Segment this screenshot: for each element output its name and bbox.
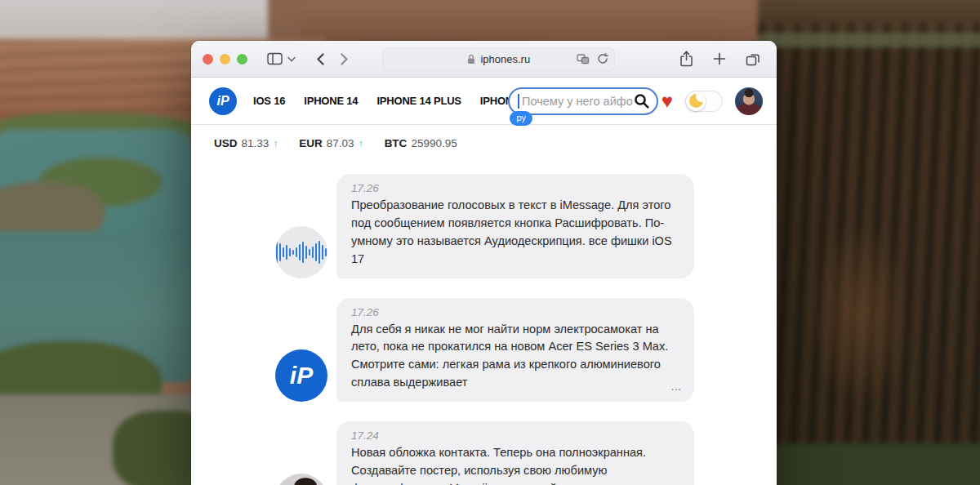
audio-waveform-avatar xyxy=(275,226,327,278)
message-row: iP 17.26 Для себя я никак не мог найти н… xyxy=(275,298,694,403)
ticker-usd: USD 81.33 ↑ xyxy=(214,137,278,149)
sidebar-toggle-icon[interactable] xyxy=(262,47,287,71)
site-header: iP IOS 16 IPHONE 14 IPHONE 14 PLUS IPHON… xyxy=(191,78,777,125)
tab-overview-icon[interactable] xyxy=(741,47,765,71)
waveform-icon xyxy=(275,226,327,278)
message-text: Для себя я никак не мог найти норм элект… xyxy=(351,321,679,393)
browser-toolbar: iphones.ru xyxy=(191,41,777,78)
keyboard-language-badge: ру xyxy=(510,111,532,126)
currency-ticker: USD 81.33 ↑ EUR 87.03 ↑ BTC 25990.95 xyxy=(191,125,777,149)
message-time: 17.24 xyxy=(351,429,679,442)
message-row: 17.24 Новая обложка контакта. Теперь она… xyxy=(275,421,694,485)
ip-logo-avatar: iP xyxy=(275,349,327,402)
page-content: USD 81.33 ↑ EUR 87.03 ↑ BTC 25990.95 17.… xyxy=(191,125,777,485)
header-right-group: ♥ xyxy=(662,87,763,115)
search-input[interactable] xyxy=(522,95,635,108)
message-bubble: 17.26 Для себя я никак не мог найти норм… xyxy=(336,298,694,403)
nav-item-iphone14[interactable]: IPHONE 14 xyxy=(304,95,358,107)
favorites-heart-icon[interactable]: ♥ xyxy=(662,91,673,111)
address-bar[interactable]: iphones.ru xyxy=(382,47,615,71)
up-arrow-icon: ↑ xyxy=(359,138,363,149)
reload-icon[interactable] xyxy=(597,53,608,65)
sidebar-chevron-down-icon[interactable] xyxy=(287,47,301,71)
ticker-btc: BTC 25990.95 xyxy=(385,137,457,149)
window-controls xyxy=(203,54,247,65)
new-tab-icon[interactable] xyxy=(708,47,731,71)
site-logo[interactable]: iP xyxy=(209,87,237,115)
user-avatar[interactable] xyxy=(735,87,763,115)
toggle-knob xyxy=(686,91,706,111)
dark-mode-toggle[interactable] xyxy=(685,91,723,112)
message-text: Преобразование голосовых в текст в iMess… xyxy=(351,197,679,269)
message-bubble: 17.26 Преобразование голосовых в текст в… xyxy=(336,174,694,278)
url-text: iphones.ru xyxy=(480,53,530,65)
search-box[interactable] xyxy=(508,87,658,115)
share-icon[interactable] xyxy=(675,47,698,71)
forward-button[interactable] xyxy=(336,47,353,71)
message-time: 17.26 xyxy=(351,306,679,318)
back-button[interactable] xyxy=(312,47,329,71)
browser-window: iphones.ru xyxy=(191,41,777,485)
lock-icon xyxy=(467,54,475,65)
up-arrow-icon: ↑ xyxy=(273,138,278,149)
message-row: 17.26 Преобразование голосовых в текст в… xyxy=(275,174,694,278)
message-time: 17.26 xyxy=(351,182,679,194)
text-caret xyxy=(518,94,519,109)
author-photo-avatar xyxy=(275,474,327,485)
translate-icon[interactable] xyxy=(577,54,590,65)
message-bubble: 17.24 Новая обложка контакта. Теперь она… xyxy=(336,421,694,485)
expand-message-ellipsis[interactable]: ... xyxy=(664,379,681,393)
message-text: Новая обложка контакта. Теперь она полно… xyxy=(351,444,679,485)
main-nav: IOS 16 IPHONE 14 IPHONE 14 PLUS IPHONE xyxy=(253,95,519,107)
minimize-window-button[interactable] xyxy=(220,54,230,65)
nav-item-iphone14plus[interactable]: IPHONE 14 PLUS xyxy=(376,95,461,107)
search-area: ру xyxy=(508,87,658,115)
message-feed: 17.26 Преобразование голосовых в текст в… xyxy=(275,174,694,485)
nav-item-ios16[interactable]: IOS 16 xyxy=(253,95,285,107)
moon-icon xyxy=(689,94,703,108)
close-window-button[interactable] xyxy=(203,54,213,65)
ticker-eur: EUR 87.03 ↑ xyxy=(299,137,363,149)
search-icon[interactable] xyxy=(634,93,650,109)
zoom-window-button[interactable] xyxy=(237,54,247,65)
